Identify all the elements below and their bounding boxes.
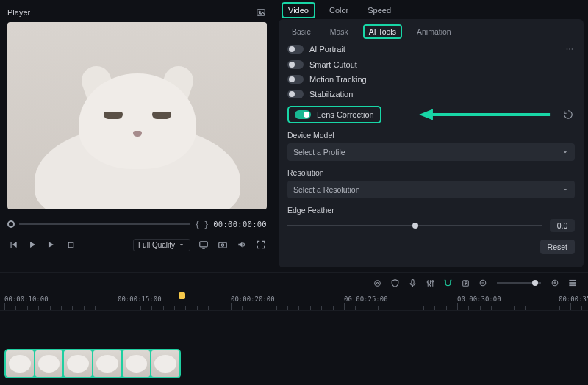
select-device-model-value: Select a Profile [293,148,345,156]
svg-rect-4 [219,242,227,248]
tab-speed[interactable]: Speed [362,4,396,17]
svg-rect-23 [569,280,576,281]
svg-marker-10 [419,109,433,120]
select-resolution[interactable]: Select a Resolution [287,181,575,198]
subtab-mask[interactable]: Mask [326,26,353,37]
ruler-label: 00:00:15:00 [118,295,162,303]
ruler-label: 00:00:20:00 [231,295,275,303]
preview-viewport[interactable] [7,22,267,209]
magnet-icon[interactable] [442,278,453,288]
volume-icon[interactable] [236,239,248,251]
camera-icon[interactable] [217,239,229,251]
label-smart-cutout: Smart Cutout [309,60,357,69]
scrub-playhead[interactable] [7,220,15,228]
select-resolution-value: Select a Resolution [293,185,359,194]
tab-color[interactable]: Color [324,4,354,17]
row-motion-tracking: Motion Tracking [287,75,575,84]
snapshot-icon[interactable] [255,7,267,18]
marker-tool-icon[interactable] [460,278,470,288]
slider-edge-feather[interactable] [287,225,542,226]
svg-point-15 [429,284,431,285]
fullscreen-icon[interactable] [255,239,267,251]
section-reset-icon[interactable] [562,108,575,121]
row-stabilization: Stabilization [287,90,575,98]
target-icon[interactable] [372,278,382,288]
svg-point-12 [376,282,378,284]
toggle-lens-correction[interactable] [295,110,311,119]
svg-rect-3 [200,242,208,247]
row-ai-portrait: AI Portrait [287,44,575,54]
svg-point-1 [259,11,260,12]
svg-point-7 [569,48,570,50]
marker-start-icon[interactable]: { [195,220,200,229]
svg-rect-13 [411,279,413,284]
reset-button[interactable]: Reset [540,240,575,254]
play-icon[interactable] [26,239,38,251]
label-resolution: Resolution [287,168,575,177]
annotation-arrow [381,107,557,122]
prev-frame-icon[interactable] [7,239,19,251]
track-area[interactable] [0,311,588,384]
chevron-down-icon [562,148,569,156]
chevron-down-icon [562,186,569,193]
tab-video[interactable]: Video [282,2,315,18]
svg-rect-24 [569,282,576,284]
more-icon[interactable] [564,44,575,54]
toggle-motion-tracking[interactable] [287,75,304,84]
zoom-in-icon[interactable] [550,278,560,288]
subtab-basic[interactable]: Basic [287,26,315,37]
display-icon[interactable] [198,239,209,251]
player-title: Player [7,8,30,17]
shield-icon[interactable] [390,278,400,288]
timecode-display: 00:00:00:00 [213,220,267,229]
mic-icon[interactable] [407,278,417,288]
timeline-toolbar [0,273,588,293]
label-stabilization: Stabilization [309,90,353,98]
timeline: 00:00:10:00 00:00:15:00 00:00:20:00 00:0… [0,272,588,385]
time-ruler[interactable]: 00:00:10:00 00:00:15:00 00:00:20:00 00:0… [0,293,588,311]
svg-rect-2 [68,242,74,248]
toggle-stabilization[interactable] [287,90,304,98]
label-motion-tracking: Motion Tracking [309,75,367,84]
svg-point-16 [431,280,433,281]
svg-point-8 [572,48,573,50]
svg-point-11 [374,280,380,286]
ruler-label: 00:00:25:00 [344,295,388,303]
quality-label: Full Quality [138,241,175,249]
value-edge-feather[interactable]: 0.0 [550,219,575,232]
subtab-animation[interactable]: Animation [412,26,456,37]
zoom-slider[interactable] [497,282,541,284]
play-forward-icon[interactable] [46,239,57,251]
stop-icon[interactable] [65,239,76,251]
label-device-model: Device Model [287,131,575,140]
toggle-ai-portrait[interactable] [287,45,304,54]
select-device-model[interactable]: Select a Profile [287,143,575,161]
scrub-track[interactable] [19,223,190,225]
svg-point-5 [221,244,224,247]
marker-end-icon[interactable]: } [204,220,209,229]
row-lens-correction: Lens Correction [287,106,381,123]
properties-pane: Video Color Speed Basic Mask AI Tools An… [274,0,588,272]
quality-dropdown[interactable]: Full Quality [133,239,190,251]
zoom-out-icon[interactable] [478,278,488,288]
label-lens-correction: Lens Correction [317,110,374,119]
label-edge-feather: Edge Feather [287,206,575,215]
svg-rect-25 [569,284,576,286]
ruler-label: 00:00:30:00 [457,295,501,303]
svg-point-14 [427,281,429,282]
label-ai-portrait: AI Portrait [309,45,345,54]
player-pane: Player { } 00:00:00:00 [0,0,274,272]
track-view-icon[interactable] [567,278,578,288]
adjust-icon[interactable] [425,278,435,288]
svg-point-6 [567,48,568,50]
ruler-label: 00:00:35:00 [559,295,588,303]
toggle-smart-cutout[interactable] [287,60,304,69]
ruler-label: 00:00:10:00 [4,295,49,303]
row-smart-cutout: Smart Cutout [287,60,575,69]
video-clip[interactable] [4,349,181,378]
subtab-ai-tools[interactable]: AI Tools [363,24,402,39]
